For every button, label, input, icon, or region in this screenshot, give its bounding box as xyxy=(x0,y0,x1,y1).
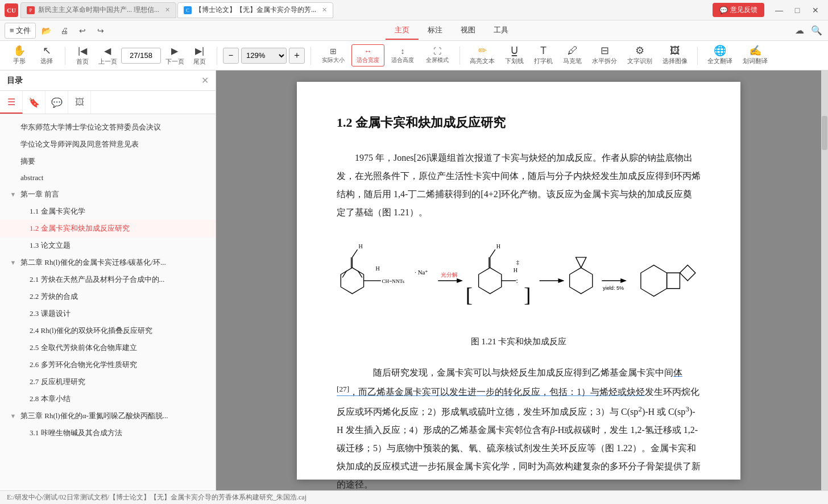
svg-marker-30 xyxy=(641,265,667,297)
menu-tab-home[interactable]: 主页 xyxy=(386,22,419,40)
fit-width-btn[interactable]: ↔ 适合宽度 xyxy=(351,44,384,66)
toc-item-4[interactable]: ▼第一章 前言 xyxy=(0,186,216,203)
sidebar-tabs: ☰ 🔖 💬 🖼 xyxy=(0,91,216,114)
toc-item-8[interactable]: ▼第二章 Rh(l)催化的金属卡宾迁移/碳基化/环... xyxy=(0,254,216,271)
minimize-button[interactable]: — xyxy=(771,5,787,16)
fullscreen-btn[interactable]: ⛶ 全屏模式 xyxy=(421,44,454,66)
sidebar-tab-annotation[interactable]: 💬 xyxy=(45,91,68,114)
zoom-in-icon: ＋ xyxy=(292,49,301,61)
zoom-select[interactable]: 129% 100% 150% 200% xyxy=(241,48,287,64)
feedback-button[interactable]: 💬 意见反馈 xyxy=(713,3,764,17)
toolbar: ✋ 手形 ↖ 选择 |◀ 首页 ◀ 上一页 ▶ 下一页 ▶| 尾页 xyxy=(0,41,828,70)
menu-tab-annotate[interactable]: 标注 xyxy=(419,22,452,40)
toc-label-9: 2.1 芳炔在天然产品及材料分子合成中的... xyxy=(30,274,164,285)
sep1 xyxy=(65,47,65,65)
toc-item-9[interactable]: 2.1 芳炔在天然产品及材料分子合成中的... xyxy=(0,271,216,288)
print-icon[interactable]: 🖨 xyxy=(56,23,72,39)
toc-item-6[interactable]: 1.2 金属卡宾和炔加成反应研究 xyxy=(0,220,216,237)
svg-text:H: H xyxy=(376,265,380,272)
zoom-group: － 129% 100% 150% 200% ＋ xyxy=(223,48,305,64)
word-translate-btn[interactable]: ✍ 划词翻译 xyxy=(739,43,772,68)
toc-item-17[interactable]: ▼第三章 Rh(l)催化的α-重氮吲哚乙酸炔丙酯脱... xyxy=(0,407,216,424)
full-translate-btn[interactable]: 🌐 全文翻译 xyxy=(703,43,736,68)
tab2-label: 【博士论文】【无】金属卡宾介导的芳... xyxy=(195,5,316,15)
toc-item-3[interactable]: abstract xyxy=(0,170,216,186)
cursor-icon: ↖ xyxy=(43,45,51,56)
svg-marker-15 xyxy=(479,268,502,294)
toc-item-0[interactable]: 华东师范大学博士学位论文答辩委员会决议 xyxy=(0,119,216,136)
menu-tab-view[interactable]: 视图 xyxy=(452,22,485,40)
zoom-out-btn[interactable]: － xyxy=(223,48,239,64)
toc-item-18[interactable]: 3.1 咔唑生物碱及其合成方法 xyxy=(0,424,216,441)
toc-item-11[interactable]: 2.3 课题设计 xyxy=(0,305,216,322)
file-menu[interactable]: ≡ 文件 xyxy=(5,23,36,39)
content-area[interactable]: 1.2 金属卡宾和炔加成反应研究 1975 年，Jones[26]课题组首次报道… xyxy=(216,70,821,490)
title-tab-2[interactable]: C 【博士论文】【无】金属卡宾介导的芳... ✕ xyxy=(177,2,333,18)
next-page-btn[interactable]: ▶ 下一页 xyxy=(163,43,186,68)
toc-item-16[interactable]: 2.8 本章小结 xyxy=(0,390,216,407)
highlight-btn[interactable]: ✏ 高亮文本 xyxy=(466,43,499,68)
highlight-icon: ✏ xyxy=(478,45,487,56)
sidebar-close-btn[interactable]: ✕ xyxy=(201,75,209,86)
toc-item-5[interactable]: 1.1 金属卡宾化学 xyxy=(0,203,216,220)
toc-item-7[interactable]: 1.3 论文立题 xyxy=(0,237,216,254)
sidebar-tab-image[interactable]: 🖼 xyxy=(68,91,91,114)
tab2-close[interactable]: ✕ xyxy=(322,6,327,14)
titlebar: CU P 新民主主义革命时期中国共产... 理想信... ✕ C 【博士论文】【… xyxy=(0,0,828,20)
title-tab-1[interactable]: P 新民主主义革命时期中国共产... 理想信... ✕ xyxy=(20,2,176,18)
typewriter-btn[interactable]: T 打字机 xyxy=(530,43,557,68)
select-mode-btn[interactable]: ↖ 选择 xyxy=(34,43,59,68)
select-image-icon: 🖼 xyxy=(670,45,680,56)
fit-height-btn[interactable]: ↕ 适合高度 xyxy=(386,44,419,66)
open-icon[interactable]: 📂 xyxy=(38,23,54,39)
cloud-icon[interactable]: ☁ xyxy=(794,24,805,37)
toc-label-11: 2.3 课题设计 xyxy=(30,309,71,319)
markup-btn[interactable]: 🖊 马克笔 xyxy=(559,43,586,68)
svg-marker-32 xyxy=(680,265,695,281)
toc-item-2[interactable]: 摘要 xyxy=(0,153,216,170)
menu-tab-tools[interactable]: 工具 xyxy=(485,22,518,40)
scrollbar-right[interactable] xyxy=(821,70,828,490)
close-button[interactable]: ✕ xyxy=(808,5,823,16)
svg-marker-27 xyxy=(576,257,586,268)
svg-text:H: H xyxy=(514,267,518,273)
page-input[interactable] xyxy=(121,48,161,64)
sidebar-tab-bookmark[interactable]: 🔖 xyxy=(23,91,45,114)
sidebar-header: 目录 ✕ xyxy=(0,70,216,91)
first-page-btn[interactable]: |◀ 首页 xyxy=(71,43,94,68)
toc-toggle-8: ▼ xyxy=(9,259,17,266)
toc-item-10[interactable]: 2.2 芳炔的合成 xyxy=(0,288,216,305)
svg-text:H: H xyxy=(496,243,500,249)
zoom-in-btn[interactable]: ＋ xyxy=(289,48,305,64)
translate-group: 🌐 全文翻译 ✍ 划词翻译 xyxy=(703,43,772,68)
reaction-svg: H CH=NNTs H · Na⁺ 光分解 [ xyxy=(337,235,701,326)
search-icon[interactable]: 🔍 xyxy=(810,24,823,37)
toc-item-12[interactable]: 2.4 Rh(l)催化的双炔环化插叠反应研究 xyxy=(0,322,216,339)
statusbar: E:/研发中心/测试/02日常测试文档/【博士论文】【无】金属卡宾介导的芳香体系… xyxy=(0,490,828,504)
select-image-btn[interactable]: 🖼 选择图像 xyxy=(659,43,692,68)
ocr-btn[interactable]: ⚙ 文字识别 xyxy=(623,43,656,68)
last-page-btn[interactable]: ▶| 尾页 xyxy=(188,43,211,68)
toc-item-14[interactable]: 2.6 多芳环化合物光化学性质研究 xyxy=(0,356,216,373)
svg-text:]: ] xyxy=(524,283,531,306)
sidebar-tab-toc[interactable]: ☰ xyxy=(0,91,23,114)
hbreak-btn[interactable]: ⊟ 水平拆分 xyxy=(588,43,621,68)
toc-content: 华东师范大学博士学位论文答辩委员会决议学位论文导师评阅及同意答辩意见表摘要abs… xyxy=(0,114,216,490)
toc-label-14: 2.6 多芳环化合物光化学性质研究 xyxy=(30,360,137,370)
page-content: 1.2 金属卡宾和炔加成反应研究 1975 年，Jones[26]课题组首次报道… xyxy=(297,82,740,480)
fit-height-icon: ↕ xyxy=(401,47,405,56)
toc-item-13[interactable]: 2.5 全取代芳炔前体化合物库建立 xyxy=(0,339,216,356)
actual-size-btn[interactable]: ⊞ 实际大小 xyxy=(317,44,350,66)
scrollbar-thumb[interactable] xyxy=(822,116,827,150)
svg-line-1 xyxy=(342,271,346,278)
maximize-button[interactable]: □ xyxy=(789,5,805,16)
redo-icon[interactable]: ↪ xyxy=(93,23,109,39)
toc-item-15[interactable]: 2.7 反应机理研究 xyxy=(0,373,216,390)
toc-item-1[interactable]: 学位论文导师评阅及同意答辩意见表 xyxy=(0,136,216,153)
tab1-close[interactable]: ✕ xyxy=(165,6,170,14)
underline-btn[interactable]: U̲ 下划线 xyxy=(501,43,528,68)
prev-page-btn[interactable]: ◀ 上一页 xyxy=(96,43,119,68)
undo-icon[interactable]: ↩ xyxy=(74,23,90,39)
hand-mode-btn[interactable]: ✋ 手形 xyxy=(7,43,32,68)
svg-text::: : xyxy=(516,277,518,285)
